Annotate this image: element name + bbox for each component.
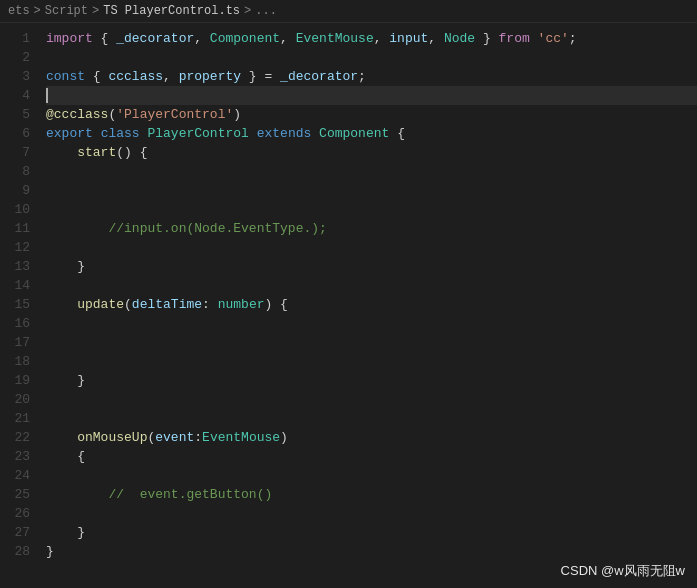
code-line xyxy=(46,352,697,371)
code-editor: 1234567891011121314151617181920212223242… xyxy=(0,23,697,585)
code-token: //input.on(Node.EventType.); xyxy=(108,219,326,238)
code-token: () { xyxy=(116,143,147,162)
code-token xyxy=(311,124,319,143)
code-token xyxy=(46,485,108,504)
breadcrumb-ellipsis: ... xyxy=(255,4,277,18)
line-number: 8 xyxy=(0,162,30,181)
code-token: , xyxy=(374,29,390,48)
code-token: import xyxy=(46,29,93,48)
line-number: 26 xyxy=(0,504,30,523)
code-token: Node xyxy=(444,29,475,48)
code-token: update xyxy=(77,295,124,314)
code-content[interactable]: import { _decorator, Component, EventMou… xyxy=(38,23,697,585)
code-line: onMouseUp(event:EventMouse) xyxy=(46,428,697,447)
code-token: ccclass xyxy=(108,67,163,86)
line-number: 15 xyxy=(0,295,30,314)
code-token: ) { xyxy=(264,295,287,314)
code-line: { xyxy=(46,447,697,466)
breadcrumb-file[interactable]: TS PlayerControl.ts xyxy=(103,4,240,18)
code-line xyxy=(46,162,697,181)
code-line: import { _decorator, Component, EventMou… xyxy=(46,29,697,48)
code-token: 'cc' xyxy=(538,29,569,48)
line-number: 28 xyxy=(0,542,30,561)
code-line xyxy=(46,48,697,67)
code-token: : xyxy=(202,295,218,314)
code-token: : xyxy=(194,428,202,447)
code-token: input xyxy=(389,29,428,48)
code-token: // event.getButton() xyxy=(108,485,272,504)
code-line: } xyxy=(46,257,697,276)
line-number: 12 xyxy=(0,238,30,257)
code-line xyxy=(46,238,697,257)
code-token xyxy=(46,295,77,314)
watermark: CSDN @w风雨无阻w xyxy=(561,562,685,580)
breadcrumb-ets[interactable]: ets xyxy=(8,4,30,18)
code-token: } = xyxy=(241,67,280,86)
code-token: } xyxy=(46,542,54,561)
code-token: EventMouse xyxy=(296,29,374,48)
line-number: 2 xyxy=(0,48,30,67)
code-token: , xyxy=(428,29,444,48)
code-line xyxy=(46,276,697,295)
line-number: 5 xyxy=(0,105,30,124)
code-token: 'PlayerControl' xyxy=(116,105,233,124)
line-number: 4 xyxy=(0,86,30,105)
code-token: deltaTime xyxy=(132,295,202,314)
line-number: 23 xyxy=(0,447,30,466)
code-line: // event.getButton() xyxy=(46,485,697,504)
line-number: 13 xyxy=(0,257,30,276)
line-number: 27 xyxy=(0,523,30,542)
line-number: 16 xyxy=(0,314,30,333)
code-token: PlayerControl xyxy=(147,124,248,143)
line-number: 21 xyxy=(0,409,30,428)
code-line xyxy=(46,86,697,105)
code-token: property xyxy=(179,67,241,86)
line-number: 20 xyxy=(0,390,30,409)
code-token: _decorator xyxy=(116,29,194,48)
code-token: { xyxy=(46,447,85,466)
code-token: from xyxy=(499,29,530,48)
code-token xyxy=(530,29,538,48)
line-number: 18 xyxy=(0,352,30,371)
code-token: extends xyxy=(257,124,312,143)
code-token: { xyxy=(85,67,108,86)
code-token: } xyxy=(46,523,85,542)
code-line: @ccclass('PlayerControl') xyxy=(46,105,697,124)
code-token: ( xyxy=(124,295,132,314)
code-line xyxy=(46,409,697,428)
code-token xyxy=(93,124,101,143)
code-token: { xyxy=(93,29,116,48)
line-number: 25 xyxy=(0,485,30,504)
code-line xyxy=(46,181,697,200)
code-token: EventMouse xyxy=(202,428,280,447)
line-number: 10 xyxy=(0,200,30,219)
code-token: const xyxy=(46,67,85,86)
breadcrumb-sep-1: > xyxy=(34,4,41,18)
code-token: , xyxy=(163,67,179,86)
code-line xyxy=(46,504,697,523)
code-token: ) xyxy=(233,105,241,124)
breadcrumb-sep-2: > xyxy=(92,4,99,18)
code-line xyxy=(46,200,697,219)
code-token xyxy=(46,428,77,447)
code-token: , xyxy=(280,29,296,48)
code-line: update(deltaTime: number) { xyxy=(46,295,697,314)
text-cursor xyxy=(46,88,48,103)
breadcrumb-script[interactable]: Script xyxy=(45,4,88,18)
code-token: onMouseUp xyxy=(77,428,147,447)
line-number: 19 xyxy=(0,371,30,390)
code-token: ; xyxy=(569,29,577,48)
code-token: { xyxy=(389,124,405,143)
code-token: @ccclass xyxy=(46,105,108,124)
code-token: start xyxy=(77,143,116,162)
code-token: Component xyxy=(210,29,280,48)
code-token: ( xyxy=(147,428,155,447)
code-token: } xyxy=(475,29,498,48)
code-line: } xyxy=(46,371,697,390)
breadcrumb-sep-3: > xyxy=(244,4,251,18)
code-line xyxy=(46,333,697,352)
code-token xyxy=(140,124,148,143)
code-token: number xyxy=(218,295,265,314)
breadcrumb: ets > Script > TS PlayerControl.ts > ... xyxy=(0,0,697,23)
code-line: //input.on(Node.EventType.); xyxy=(46,219,697,238)
